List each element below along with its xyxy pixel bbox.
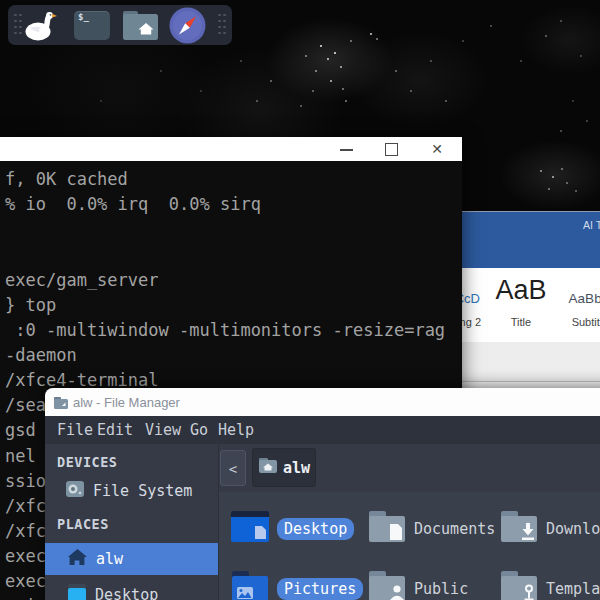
sidebar-section-devices: DEVICES [57, 454, 117, 470]
maximize-icon[interactable] [385, 143, 398, 156]
file-label: Templates [546, 580, 600, 598]
sidebar-section-places: PLACES [57, 516, 109, 532]
back-button[interactable]: < [220, 450, 246, 486]
terminal-line [5, 242, 462, 267]
window-title: alw - File Manager [73, 388, 180, 416]
terminal-icon-glyph: $_ [78, 12, 89, 22]
file-label: Desktop [277, 518, 354, 540]
toolbar: < alw [219, 444, 600, 493]
file-label: Downloads [546, 520, 600, 538]
desktop-folder-icon [229, 508, 271, 549]
sidebar-item-desktop[interactable]: Desktop [45, 579, 218, 600]
dock: $_ [8, 5, 232, 45]
sidebar-item-file-system[interactable]: File System [45, 478, 218, 504]
wallpaper-star-speckles [0, 0, 2, 2]
dock-drag-handle-left[interactable] [13, 12, 23, 38]
menu-help[interactable]: Help [218, 416, 254, 444]
menubar: File Edit View Go Help [45, 416, 600, 444]
browser-compass-icon[interactable] [169, 7, 206, 44]
path-button-home[interactable]: alw [252, 448, 316, 487]
file-view[interactable]: Desktop Documents Downloads [219, 492, 600, 600]
terminal-line: -daemon [5, 343, 462, 368]
file-label: Public [414, 580, 468, 598]
menu-view[interactable]: View [145, 416, 181, 444]
menu-go[interactable]: Go [190, 416, 208, 444]
swan-app-icon[interactable] [24, 8, 58, 42]
terminal-line: :0 -multiwindow -multimonitors -resize=r… [5, 318, 462, 343]
minimize-icon[interactable] [340, 149, 353, 151]
menu-file[interactable]: File [57, 416, 93, 444]
pictures-folder-icon [229, 568, 271, 600]
terminal-line: exec/gam_server [5, 268, 462, 293]
sidebar-item-label: alw [96, 550, 123, 568]
file-item-desktop[interactable]: Desktop [229, 508, 389, 549]
style-sample-title[interactable]: AaB [485, 275, 557, 306]
style-label-subtitle[interactable]: Subtitle [552, 316, 600, 328]
sidebar-item-label: Desktop [95, 586, 158, 600]
path-label: alw [283, 459, 310, 477]
file-item-pictures[interactable]: Pictures [229, 568, 389, 600]
file-label: Documents [414, 520, 495, 538]
sidebar-item-home[interactable]: alw [45, 543, 218, 575]
word-ribbon-tab[interactable]: AI Tools [583, 219, 600, 231]
file-label: Pictures [277, 578, 363, 600]
terminal-line [5, 217, 462, 242]
public-folder-icon [366, 568, 408, 600]
terminal-line: f, 0K cached [5, 167, 462, 192]
desktop-display-icon [67, 583, 87, 600]
style-label-title[interactable]: Title [485, 316, 557, 328]
templates-folder-icon [498, 568, 540, 600]
file-item-downloads[interactable]: Downloads [498, 508, 600, 549]
menu-edit[interactable]: Edit [97, 416, 133, 444]
downloads-folder-icon [498, 508, 540, 549]
terminal-titlebar[interactable]: ✕ [0, 137, 462, 161]
places-sidebar: DEVICES File System PLACES alw [45, 444, 219, 600]
terminal-app-icon[interactable]: $_ [74, 11, 110, 40]
files-app-icon[interactable] [122, 11, 159, 45]
terminal-line: } top [5, 293, 462, 318]
documents-folder-icon [366, 508, 408, 549]
window-folder-icon [53, 395, 69, 409]
drive-icon [65, 479, 85, 503]
file-item-templates[interactable]: Templates [498, 568, 600, 600]
sidebar-item-label: File System [93, 482, 192, 500]
path-folder-icon [258, 457, 278, 478]
style-sample-subtitle[interactable]: AaBbC [552, 291, 600, 306]
file-manager-window: alw - File Manager File Edit View Go Hel… [45, 388, 600, 600]
close-icon[interactable]: ✕ [427, 137, 447, 161]
file-manager-titlebar[interactable]: alw - File Manager [45, 388, 600, 416]
home-icon [67, 548, 88, 571]
dock-drag-handle-right[interactable] [217, 12, 227, 38]
terminal-line: % io 0.0% irq 0.0% sirq [5, 192, 462, 217]
